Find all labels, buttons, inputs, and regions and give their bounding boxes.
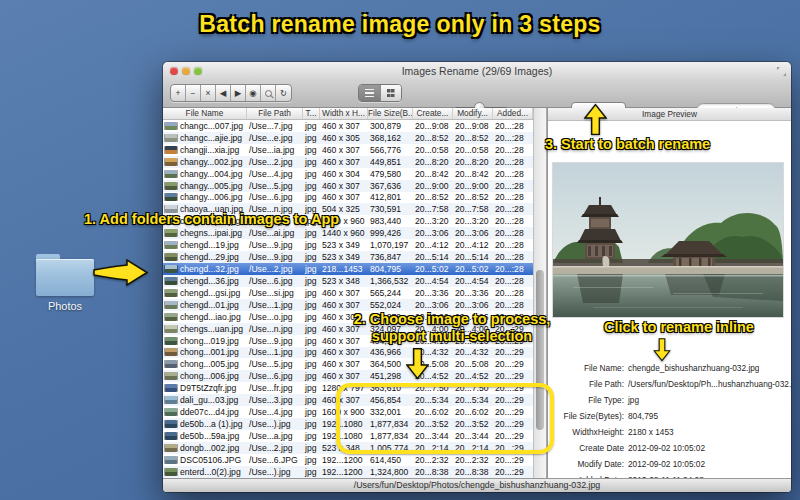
cell-size: 1,070,197 bbox=[368, 240, 413, 250]
next-button[interactable]: ▶ bbox=[231, 85, 246, 101]
table-row-selected[interactable]: chengd...32.jpg/Use...2.jpgjpg218...1453… bbox=[163, 263, 533, 275]
cell-dims: 460 x 307 bbox=[320, 347, 368, 357]
cell-type: jpg bbox=[303, 455, 320, 465]
cell-name: DSC05106.JPG bbox=[178, 455, 247, 465]
cell-added: 20...:28 bbox=[493, 133, 533, 143]
cell-path: /Use...2.jpg bbox=[247, 157, 303, 167]
column-header-create-date[interactable]: Create... bbox=[413, 108, 453, 119]
cell-size: 412,801 bbox=[368, 192, 413, 202]
cell-modified: 20...4:32 bbox=[453, 347, 493, 357]
cell-added: 20...:29 bbox=[493, 347, 533, 357]
table-row[interactable]: changy...006.jpg/Use...6.jpgjpg460 x 307… bbox=[163, 192, 533, 204]
cell-name: chengd...19.jpg bbox=[178, 240, 247, 250]
cell-created: 20...3:36 bbox=[413, 288, 453, 298]
cell-name: D9T5tZzqfr.jpg bbox=[178, 383, 247, 393]
search-button[interactable] bbox=[261, 85, 276, 101]
grid-view-button[interactable] bbox=[380, 85, 402, 101]
cell-type: jpg bbox=[303, 240, 320, 250]
cell-name: changy...006.jpg bbox=[178, 192, 247, 202]
cell-type: jpg bbox=[303, 276, 320, 286]
column-header-modify-date[interactable]: Modify... bbox=[453, 108, 493, 119]
table-row[interactable]: chegns...ipai.jpg/Use...ai.jpgjpg1440 x … bbox=[163, 227, 533, 239]
column-header-width-height[interactable]: Width x H... bbox=[320, 108, 368, 119]
table-row[interactable]: chengd...01.jpg/Use...1.jpgjpg460 x 3075… bbox=[163, 299, 533, 311]
file-info-label: Modify Date: bbox=[548, 459, 624, 469]
cell-size: 368,162 bbox=[368, 133, 413, 143]
cell-path: /Use...4.jpg bbox=[247, 407, 303, 417]
row-thumbnail-cell bbox=[163, 337, 178, 345]
image-thumbnail bbox=[165, 408, 177, 416]
table-row[interactable]: changc...007.jpg/Use...7.jpgjpg460 x 307… bbox=[163, 120, 533, 132]
zoom-window-button[interactable] bbox=[194, 67, 202, 75]
image-thumbnail bbox=[165, 420, 177, 428]
photos-folder-icon[interactable] bbox=[36, 254, 94, 296]
image-preview bbox=[553, 163, 783, 317]
cell-name: chengd...32.jpg bbox=[178, 264, 247, 274]
table-row[interactable]: DSC05106.JPG/Use...6.JPGjpg192...1200614… bbox=[163, 454, 533, 466]
cell-size: 300,879 bbox=[368, 121, 413, 131]
annotation-step2-line2: support multi-selection bbox=[372, 328, 532, 344]
file-info-row: WidthxHeight:2180 x 1453 bbox=[548, 424, 791, 440]
cell-modified: 20...4:54 bbox=[453, 276, 493, 286]
table-row[interactable]: chengd...gsi.jpg/Use...si.jpgjpg460 x 30… bbox=[163, 287, 533, 299]
row-thumbnail-cell bbox=[163, 408, 178, 416]
cell-modified: 20...9:08 bbox=[453, 121, 493, 131]
cell-path: /Use...9.jpg bbox=[247, 336, 303, 346]
table-row[interactable]: changy...002.jpg/Use...2.jpgjpg460 x 307… bbox=[163, 156, 533, 168]
cell-name: chong...019.jpg bbox=[178, 336, 247, 346]
image-thumbnail bbox=[165, 146, 177, 154]
file-info-value: 804,795 bbox=[624, 411, 658, 421]
close-window-button[interactable] bbox=[170, 67, 178, 75]
arrow-down-rename-icon bbox=[653, 338, 671, 362]
cell-modified: 20...8:52 bbox=[453, 133, 493, 143]
table-row[interactable]: chong...005.jpg/Use...5.jpgjpg460 x 3073… bbox=[163, 358, 533, 370]
table-row[interactable]: chong...006.jpg/Use...6.jpgjpg460 x 3074… bbox=[163, 370, 533, 382]
cell-modified: 20...2:32 bbox=[453, 455, 493, 465]
table-row[interactable]: changc...ajie.jpg/Use...e.jpgjpg460 x 30… bbox=[163, 132, 533, 144]
row-thumbnail-cell bbox=[163, 456, 178, 464]
cell-name: changc...007.jpg bbox=[178, 121, 247, 131]
delete-button[interactable]: × bbox=[201, 85, 216, 101]
cell-size: 565,244 bbox=[368, 288, 413, 298]
refresh-button[interactable]: ↻ bbox=[276, 85, 291, 101]
cell-type: jpg bbox=[303, 145, 320, 155]
table-row[interactable]: changy...005.jpg/Use...5.jpgjpg460 x 307… bbox=[163, 180, 533, 192]
cell-type: jpg bbox=[303, 407, 320, 417]
cell-path: /Use...).jpg bbox=[247, 419, 303, 429]
column-header-added-date[interactable]: Added... bbox=[493, 108, 533, 119]
column-header-type[interactable]: T... bbox=[303, 108, 320, 119]
cell-dims: 460 x 305 bbox=[320, 133, 368, 143]
cell-type: jpg bbox=[303, 264, 320, 274]
remove-button[interactable]: − bbox=[186, 85, 201, 101]
row-thumbnail-cell bbox=[163, 122, 178, 130]
cell-dims: 460 x 304 bbox=[320, 169, 368, 179]
cell-name: chong...001.jpg bbox=[178, 347, 247, 357]
column-header-file-size[interactable]: File Size(B... bbox=[368, 108, 413, 119]
minimize-window-button[interactable] bbox=[182, 67, 190, 75]
previous-button[interactable]: ◀ bbox=[216, 85, 231, 101]
row-thumbnail-cell bbox=[163, 348, 178, 356]
table-row[interactable]: chong...001.jpg/Use...1.jpgjpg460 x 3074… bbox=[163, 347, 533, 359]
add-button[interactable]: + bbox=[171, 85, 186, 101]
table-row[interactable]: chengd...36.jpg/Use...6.jpgjpg523 x 3481… bbox=[163, 275, 533, 287]
title-bar[interactable]: Images Rename (29/69 Images) bbox=[163, 62, 791, 80]
cell-name: chengd...29.jpg bbox=[178, 252, 247, 262]
row-thumbnail-cell bbox=[163, 146, 178, 154]
table-row[interactable]: changji...xia.jpg/Use...ia.jpgjpg460 x 3… bbox=[163, 144, 533, 156]
table-row[interactable]: changy...004.jpg/Use...4.jpgjpg460 x 304… bbox=[163, 168, 533, 180]
fullscreen-icon[interactable] bbox=[777, 67, 786, 76]
arrow-right-icon bbox=[92, 257, 150, 288]
list-view-button[interactable] bbox=[359, 85, 380, 101]
cell-name: chong...006.jpg bbox=[178, 371, 247, 381]
table-row[interactable]: enterd...0(2).jpg/Use...).jpgjpg192...12… bbox=[163, 466, 533, 478]
file-info-row: Modify Date:2012-09-02 10:05:02 bbox=[548, 456, 791, 472]
cell-type: jpg bbox=[303, 288, 320, 298]
table-row[interactable]: chengd...29.jpg/Use...9.jpgjpg523 x 3497… bbox=[163, 251, 533, 263]
file-info-value: 2012-09-02 10:05:02 bbox=[624, 459, 705, 469]
quick-look-button[interactable]: ◉ bbox=[246, 85, 261, 101]
cell-name: changy...002.jpg bbox=[178, 157, 247, 167]
file-info-value[interactable]: chengde_bishushanzhuang-032.jpg bbox=[624, 363, 759, 373]
table-row[interactable]: chengd...19.jpg/Use...9.jpgjpg523 x 3491… bbox=[163, 239, 533, 251]
column-header-file-path[interactable]: File Path bbox=[247, 108, 303, 119]
column-header-file-name[interactable]: File Name bbox=[163, 108, 247, 119]
